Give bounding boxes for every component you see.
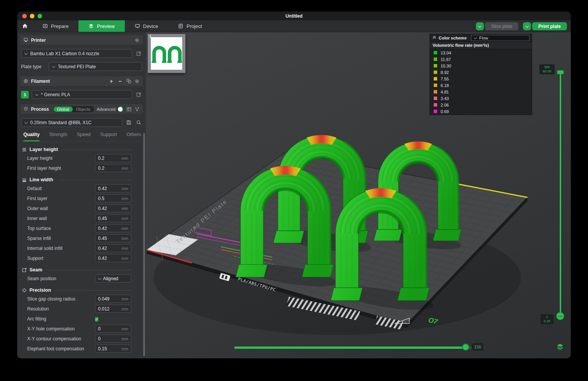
legend-value: 6.18	[441, 83, 449, 88]
settings-group-header: Precision	[22, 287, 142, 293]
plate-thumbnail[interactable]: 1	[148, 34, 185, 73]
color-scheme-select[interactable]: Flow	[471, 35, 529, 41]
color-scheme-value: Flow	[479, 36, 488, 40]
edit-filament-icon[interactable]	[135, 91, 142, 98]
tab-preview[interactable]: Preview	[78, 20, 124, 32]
setting-number-input[interactable]: 0.42mm	[95, 244, 131, 252]
setting-number-input[interactable]: 0mm	[95, 335, 131, 343]
legend-item: 3.43	[430, 95, 532, 102]
setting-row: First layer 0.5mm	[27, 194, 131, 202]
ironing-icon	[22, 358, 27, 359]
compare-presets-icon[interactable]	[134, 107, 140, 112]
settings-group-title: Ironing	[29, 358, 46, 358]
process-section-title: Process	[31, 107, 49, 112]
setting-row: X-Y contour compensation 0mm	[27, 335, 131, 343]
setting-number-input[interactable]: 0.2mm	[95, 164, 131, 172]
legend-item: 13.04	[430, 49, 532, 56]
setting-label: Default	[27, 186, 42, 191]
setting-number-input[interactable]: 0.42mm	[95, 184, 131, 192]
3d-viewport[interactable]: Textured PEI Plate PLA/ABS/TPU/PC	[146, 32, 571, 358]
setting-number-input[interactable]: 0.42mm	[95, 224, 131, 232]
print-dropdown-button[interactable]	[523, 22, 531, 30]
setting-number-input[interactable]: 0.42mm	[95, 204, 131, 212]
printer-section-title: Printer	[31, 38, 46, 43]
layer-slider-handle[interactable]	[556, 312, 564, 320]
filament-select[interactable]: * Generic PLA	[32, 90, 132, 99]
setting-select[interactable]: Aligned	[95, 274, 131, 282]
settings-group-title: Layer height	[29, 147, 58, 152]
setting-row: Top surface 0.42mm	[27, 224, 131, 232]
process-tab-others[interactable]: Others	[127, 132, 141, 141]
advanced-toggle[interactable]	[119, 107, 123, 112]
printer-icon	[23, 38, 28, 43]
legend-value: 0.69	[441, 109, 449, 114]
objects-toggle-option[interactable]: Objects	[73, 107, 94, 112]
layer-height-icon	[22, 147, 27, 152]
layer-slider-track[interactable]	[560, 73, 561, 316]
chevron-down-icon	[52, 65, 55, 68]
setting-label: First layer height	[27, 166, 61, 171]
settings-group-title: Line width	[29, 177, 53, 182]
home-button[interactable]	[17, 20, 33, 32]
filament-settings-gear-icon[interactable]	[134, 79, 140, 84]
move-slider-handle[interactable]	[462, 343, 469, 351]
slice-plate-button[interactable]: Slice plate	[485, 22, 518, 30]
sidebar-scrollbar[interactable]	[143, 133, 145, 356]
layer-bottom-value: 1	[542, 315, 552, 319]
add-filament-button[interactable]: +	[108, 79, 114, 84]
color-swatch	[434, 110, 437, 113]
edit-printer-icon[interactable]	[135, 50, 142, 57]
legend-item: 0.69	[430, 108, 532, 115]
remove-filament-button[interactable]: −	[117, 79, 123, 84]
layer-top-value: 300	[541, 65, 553, 69]
settings-group-header: Ironing	[22, 358, 142, 358]
filament-section-title: Filament	[31, 79, 50, 84]
legend-item: 4.81	[430, 89, 532, 95]
setting-label: Support	[27, 256, 43, 261]
precision-icon	[22, 288, 27, 293]
setting-number-input[interactable]: 0.5mm	[95, 194, 131, 202]
tab-project[interactable]: Project	[168, 20, 212, 32]
process-tab-quality[interactable]: Quality	[23, 132, 39, 141]
setting-checkbox[interactable]: ✓	[95, 317, 98, 322]
process-tab-strength[interactable]: Strength	[49, 132, 67, 141]
setting-row: Resolution 0.012mm	[27, 305, 131, 313]
setting-number-input[interactable]: 0.45mm	[95, 214, 131, 222]
flush-volumes-icon[interactable]	[126, 78, 132, 84]
slice-dropdown-button[interactable]	[476, 22, 484, 30]
settings-group-title: Precision	[29, 287, 51, 293]
tab-prepare[interactable]: Prepare	[33, 20, 78, 32]
process-tab-support[interactable]: Support	[100, 132, 117, 141]
setting-number-input[interactable]: 0.45mm	[95, 234, 131, 242]
setting-number-input[interactable]: 0mm	[95, 325, 131, 333]
setting-number-input[interactable]: 0.42mm	[95, 254, 131, 262]
global-toggle-option[interactable]: Global	[54, 107, 73, 112]
layers-icon	[556, 343, 564, 351]
setting-number-input[interactable]: 0.2mm	[95, 154, 131, 162]
printer-select[interactable]: Bambu Lab X1 Carbon 0.4 nozzle	[21, 49, 132, 58]
layers-view-button[interactable]	[556, 343, 564, 351]
legend-value: 10.30	[441, 64, 451, 68]
setting-number-input[interactable]: 0.049mm	[95, 295, 131, 303]
legend-item: 6.18	[430, 82, 532, 89]
printer-settings-gear-icon[interactable]	[134, 38, 140, 43]
process-preset-select[interactable]: 0.20mm Standard @BBL X1C	[21, 118, 122, 127]
window-title: Untitled	[17, 13, 571, 19]
legend-item: 7.55	[430, 76, 532, 82]
parameter-table-icon[interactable]	[126, 107, 132, 112]
setting-label: X-Y hole compensation	[27, 326, 75, 332]
settings-group-header: Seam	[22, 267, 142, 273]
save-preset-icon[interactable]	[125, 119, 132, 126]
process-tab-speed[interactable]: Speed	[77, 132, 91, 141]
title-bar: Untitled	[17, 11, 571, 20]
search-settings-icon[interactable]	[135, 119, 142, 126]
prepare-icon	[42, 23, 48, 29]
move-slider-track[interactable]	[234, 347, 471, 349]
plate-type-select[interactable]: Textured PEI Plate	[49, 62, 142, 71]
setting-number-input[interactable]: 0.15mm	[95, 345, 131, 353]
setting-number-input[interactable]: 0.012mm	[95, 305, 131, 313]
layer-slider-top-handle[interactable]	[557, 70, 564, 74]
tab-device[interactable]: Device	[125, 20, 168, 32]
collapse-legend-icon[interactable]	[432, 35, 436, 40]
print-plate-button[interactable]: Print plate	[532, 22, 567, 30]
